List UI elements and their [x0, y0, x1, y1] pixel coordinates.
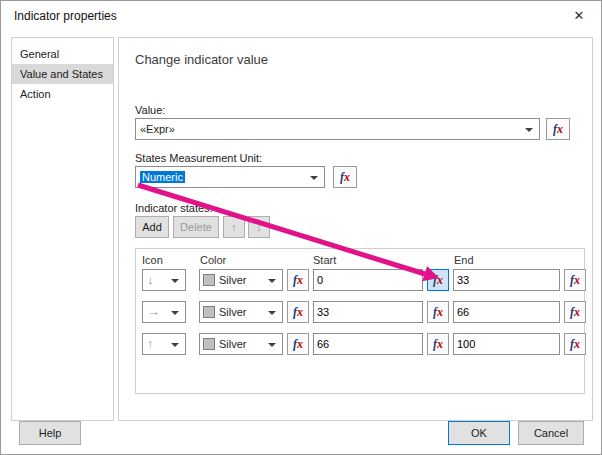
icon-dropdown[interactable]: →	[142, 301, 186, 323]
table-row: → Silver fx fx fx	[136, 301, 584, 323]
fx-icon: fx	[433, 306, 443, 318]
up-arrow-icon: ↑	[231, 221, 237, 233]
chevron-down-icon	[268, 279, 276, 283]
unit-label: States Measurement Unit:	[135, 152, 262, 164]
unit-dropdown-text: Numeric	[140, 171, 185, 183]
end-expression-button[interactable]: fx	[564, 269, 586, 291]
column-header-start: Start	[313, 254, 336, 266]
end-input[interactable]	[453, 269, 560, 291]
table-row: ↓ Silver fx fx fx	[136, 269, 584, 291]
fx-icon: fx	[433, 274, 443, 286]
indicator-properties-dialog: Indicator properties ✕ General Value and…	[0, 0, 602, 455]
fx-icon: fx	[340, 171, 350, 183]
ok-button[interactable]: OK	[448, 421, 510, 445]
color-expression-button[interactable]: fx	[287, 269, 309, 291]
unit-dropdown[interactable]: Numeric	[135, 166, 325, 188]
fx-icon: fx	[293, 306, 303, 318]
fx-icon: fx	[293, 338, 303, 350]
down-arrow-icon: ↓	[256, 221, 262, 233]
color-name: Silver	[219, 306, 247, 318]
indicator-states-label: Indicator states:	[135, 202, 213, 214]
color-dropdown[interactable]: Silver	[199, 333, 283, 355]
table-row: ↑ Silver fx fx fx	[136, 333, 584, 355]
main-panel: Change indicator value Value: «Expr» fx …	[118, 37, 593, 421]
sidebar-item-value-and-states[interactable]: Value and States	[12, 64, 113, 84]
chevron-down-icon	[310, 176, 318, 180]
chevron-down-icon	[268, 343, 276, 347]
fx-icon: fx	[293, 274, 303, 286]
cancel-button[interactable]: Cancel	[518, 421, 584, 445]
add-state-button[interactable]: Add	[135, 216, 169, 238]
column-header-color: Color	[200, 254, 226, 266]
chevron-down-icon	[171, 343, 179, 347]
fx-icon: fx	[553, 123, 563, 135]
color-swatch	[203, 338, 215, 350]
value-label: Value:	[135, 104, 165, 116]
fx-icon: fx	[433, 338, 443, 350]
chevron-down-icon	[171, 311, 179, 315]
start-expression-button[interactable]: fx	[427, 269, 449, 291]
move-down-button[interactable]: ↓	[248, 216, 270, 238]
color-name: Silver	[219, 338, 247, 350]
page-title: Change indicator value	[135, 52, 268, 67]
sidebar-item-general[interactable]: General	[12, 44, 113, 64]
right-arrow-icon: →	[147, 302, 160, 322]
value-expression-button[interactable]: fx	[546, 118, 570, 140]
column-header-end: End	[454, 254, 474, 266]
chevron-down-icon	[525, 128, 533, 132]
color-name: Silver	[219, 274, 247, 286]
color-dropdown[interactable]: Silver	[199, 269, 283, 291]
color-swatch	[203, 274, 215, 286]
delete-state-button[interactable]: Delete	[173, 216, 219, 238]
move-up-button[interactable]: ↑	[223, 216, 245, 238]
value-dropdown[interactable]: «Expr»	[135, 118, 540, 140]
column-header-icon: Icon	[142, 254, 163, 266]
value-dropdown-text: «Expr»	[140, 123, 175, 135]
category-list: General Value and States Action	[11, 37, 114, 421]
chevron-down-icon	[268, 311, 276, 315]
start-input[interactable]	[313, 333, 423, 355]
start-expression-button[interactable]: fx	[427, 333, 449, 355]
chevron-down-icon	[171, 279, 179, 283]
sidebar-item-action[interactable]: Action	[12, 84, 113, 104]
end-expression-button[interactable]: fx	[564, 301, 586, 323]
end-input[interactable]	[453, 333, 560, 355]
color-expression-button[interactable]: fx	[287, 301, 309, 323]
start-input[interactable]	[313, 269, 423, 291]
unit-expression-button[interactable]: fx	[333, 166, 357, 188]
start-input[interactable]	[313, 301, 423, 323]
help-button[interactable]: Help	[19, 421, 81, 445]
fx-icon: fx	[570, 338, 580, 350]
indicator-states-table: Icon Color Start End ↓ Silver fx fx	[135, 248, 585, 394]
end-expression-button[interactable]: fx	[564, 333, 586, 355]
color-dropdown[interactable]: Silver	[199, 301, 283, 323]
close-icon[interactable]: ✕	[570, 7, 588, 25]
icon-dropdown[interactable]: ↑	[142, 333, 186, 355]
down-arrow-icon: ↓	[147, 270, 154, 290]
end-input[interactable]	[453, 301, 560, 323]
up-arrow-icon: ↑	[147, 334, 154, 354]
color-swatch	[203, 306, 215, 318]
dialog-title: Indicator properties	[14, 9, 117, 23]
icon-dropdown[interactable]: ↓	[142, 269, 186, 291]
fx-icon: fx	[570, 274, 580, 286]
color-expression-button[interactable]: fx	[287, 333, 309, 355]
start-expression-button[interactable]: fx	[427, 301, 449, 323]
fx-icon: fx	[570, 306, 580, 318]
